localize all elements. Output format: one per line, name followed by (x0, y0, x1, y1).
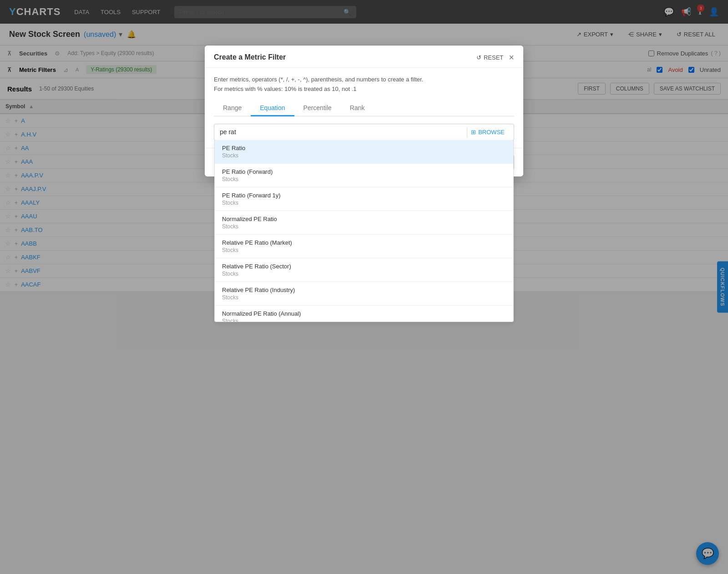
modal-close-button[interactable]: × (509, 53, 514, 62)
metric-search-input[interactable] (220, 128, 462, 136)
metric-dropdown: PE Ratio Stocks PE Ratio (Forward) Stock… (214, 140, 514, 292)
dropdown-item[interactable]: Relative PE Ratio (Sector) Stocks (215, 258, 513, 282)
dropdown-item[interactable]: PE Ratio (Forward 1y) Stocks (215, 187, 513, 211)
modal-description: Enter metrics, operators (*, /, +, -, ^)… (214, 75, 514, 94)
tab-equation[interactable]: Equation (251, 101, 294, 116)
dropdown-item[interactable]: PE Ratio (Forward) Stocks (215, 164, 513, 187)
dropdown-item[interactable]: Normalized PE Ratio Stocks (215, 211, 513, 235)
reset-modal-icon: ↺ (476, 54, 481, 61)
browse-button[interactable]: ⊞ BROWSE (467, 127, 508, 137)
metric-search-row: ⊞ BROWSE PE Ratio Stocks PE Ratio (Forwa… (214, 124, 514, 141)
modal-reset-button[interactable]: ↺ RESET (476, 54, 503, 61)
dropdown-item[interactable]: Relative PE Ratio (Market) Stocks (215, 235, 513, 258)
dropdown-item[interactable]: Relative PE Ratio (Industry) Stocks (215, 282, 513, 292)
dropdown-item[interactable]: PE Ratio Stocks (215, 140, 513, 164)
modal-overlay: Create a Metric Filter ↺ RESET × Enter m… (0, 0, 728, 292)
modal-title: Create a Metric Filter (214, 53, 476, 61)
filter-tabs: Range Equation Percentile Rank (214, 101, 514, 116)
browse-icon: ⊞ (471, 129, 476, 136)
tab-rank[interactable]: Rank (341, 101, 374, 116)
modal-body: Enter metrics, operators (*, /, +, -, ^)… (205, 68, 523, 148)
modal-header: Create a Metric Filter ↺ RESET × (205, 45, 523, 68)
tab-range[interactable]: Range (214, 101, 251, 116)
create-metric-filter-modal: Create a Metric Filter ↺ RESET × Enter m… (205, 45, 523, 176)
tab-percentile[interactable]: Percentile (294, 101, 341, 116)
